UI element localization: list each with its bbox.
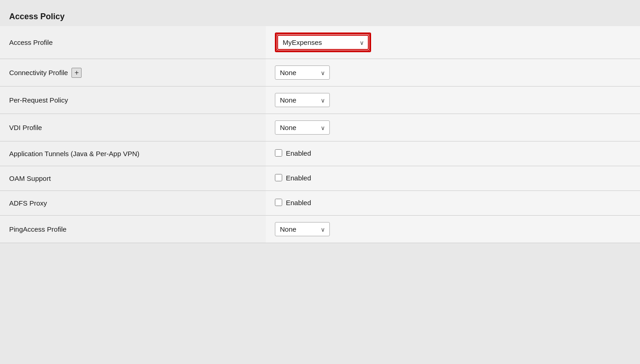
pingaccess-profile-select-container: None (275, 222, 330, 236)
oam-support-value-cell: Enabled (266, 166, 640, 191)
connectivity-profile-label: Connectivity Profile + (0, 59, 266, 87)
adfs-proxy-checkbox[interactable] (275, 199, 282, 206)
access-profile-select[interactable]: MyExpenses None (277, 35, 369, 50)
oam-support-checkbox[interactable] (275, 174, 282, 181)
table-row: ADFS Proxy Enabled (0, 191, 640, 216)
application-tunnels-value-cell: Enabled (266, 141, 640, 166)
connectivity-plus-button[interactable]: + (71, 68, 82, 78)
adfs-proxy-checkbox-container: Enabled (275, 199, 311, 206)
per-request-policy-select[interactable]: None (275, 93, 330, 107)
table-row: Per-Request Policy None (0, 87, 640, 114)
oam-support-checkbox-container: Enabled (275, 174, 311, 182)
policy-table: Access Profile MyExpenses None (0, 26, 640, 243)
pingaccess-profile-select[interactable]: None (275, 222, 330, 236)
vdi-profile-select[interactable]: None (275, 120, 330, 135)
per-request-policy-label: Per-Request Policy (0, 87, 266, 114)
oam-support-checkbox-label: Enabled (286, 174, 311, 182)
vdi-profile-label: VDI Profile (0, 114, 266, 141)
access-profile-value-cell: MyExpenses None (266, 26, 640, 59)
per-request-policy-value-cell: None (266, 87, 640, 114)
section-title: Access Policy (0, 7, 640, 26)
application-tunnels-checkbox-container: Enabled (275, 149, 311, 157)
pingaccess-profile-value-cell: None (266, 216, 640, 243)
vdi-profile-value-cell: None (266, 114, 640, 141)
application-tunnels-checkbox[interactable] (275, 149, 282, 157)
table-row: PingAccess Profile None (0, 216, 640, 243)
table-row: Access Profile MyExpenses None (0, 26, 640, 59)
table-row: VDI Profile None (0, 114, 640, 141)
access-profile-label: Access Profile (0, 26, 266, 59)
application-tunnels-label: Application Tunnels (Java & Per-App VPN) (0, 141, 266, 166)
connectivity-profile-select[interactable]: None (275, 65, 330, 80)
per-request-policy-select-container: None (275, 93, 330, 107)
pingaccess-profile-label: PingAccess Profile (0, 216, 266, 243)
connectivity-profile-value-cell: None (266, 59, 640, 87)
oam-support-label: OAM Support (0, 166, 266, 191)
adfs-proxy-value-cell: Enabled (266, 191, 640, 216)
vdi-profile-select-container: None (275, 120, 330, 135)
adfs-proxy-checkbox-label: Enabled (286, 199, 311, 206)
application-tunnels-checkbox-label: Enabled (286, 149, 311, 157)
table-row: Application Tunnels (Java & Per-App VPN)… (0, 141, 640, 166)
table-row: OAM Support Enabled (0, 166, 640, 191)
access-profile-select-container: MyExpenses None (277, 35, 369, 50)
table-row: Connectivity Profile + None (0, 59, 640, 87)
connectivity-profile-select-container: None (275, 65, 330, 80)
page-wrapper: Access Policy Access Profile MyExpenses … (0, 0, 640, 364)
access-profile-red-border: MyExpenses None (275, 33, 371, 52)
adfs-proxy-label: ADFS Proxy (0, 191, 266, 216)
